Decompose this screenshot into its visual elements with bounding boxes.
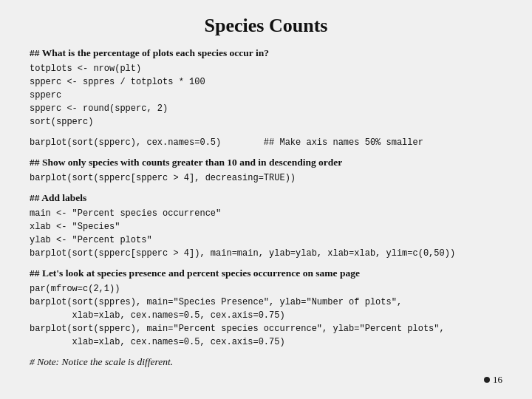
section-3: ## Add labels main <- "Percent species o… <box>30 192 502 260</box>
page-number-text: 16 <box>493 374 502 386</box>
section-5: # Note: Notice the scale is different. <box>30 356 502 368</box>
section-3-code: main <- "Percent species occurrence" xla… <box>30 207 502 260</box>
section-1: ## What is the percentage of plots each … <box>30 47 502 149</box>
section-1-heading: ## What is the percentage of plots each … <box>30 47 502 59</box>
section-4-heading: ## Let's look at species presence and pe… <box>30 267 502 279</box>
section-1-code: totplots <- nrow(plt) spperc <- sppres /… <box>30 62 502 129</box>
section-4: ## Let's look at species presence and pe… <box>30 267 502 349</box>
section-2: ## Show only species with counts greater… <box>30 157 502 185</box>
page-number-container: 16 <box>484 374 502 386</box>
section-5-note: # Note: Notice the scale is different. <box>30 356 502 368</box>
section-2-heading: ## Show only species with counts greater… <box>30 157 502 168</box>
section-4-code: par(mfrow=c(2,1)) barplot(sort(sppres), … <box>30 282 502 349</box>
section-3-heading: ## Add labels <box>30 192 502 204</box>
section-2-code: barplot(sort(spperc[spperc > 4], decreas… <box>30 171 502 185</box>
page-title: Species Counts <box>30 15 502 37</box>
page: Species Counts ## What is the percentage… <box>0 0 532 399</box>
section-1-extra: barplot(sort(spperc), cex.names=0.5) ## … <box>30 136 502 149</box>
page-bullet <box>484 377 490 383</box>
